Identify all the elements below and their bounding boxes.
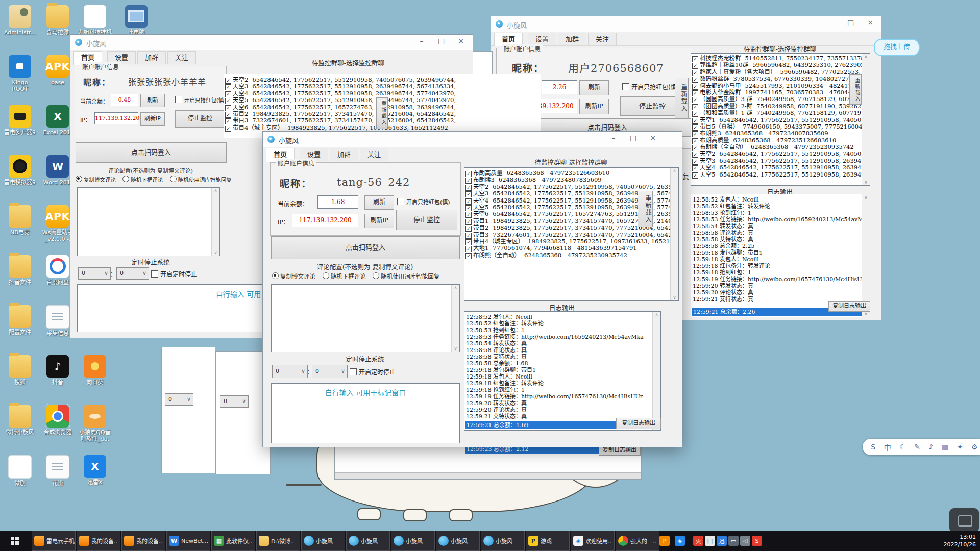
group-row[interactable]: ✓电影大爷金牌群1997741165, 7036570383 476044435…	[691, 89, 870, 96]
drag-upload-button[interactable]: 拖拽上传	[874, 39, 920, 56]
group-checkbox[interactable]: ✓	[225, 84, 231, 90]
group-checkbox[interactable]: ✓	[692, 70, 698, 76]
desktop-icon-image[interactable]	[46, 5, 69, 28]
minimize-button[interactable]: –	[413, 37, 430, 45]
group-checkbox[interactable]: ✓	[225, 126, 231, 132]
desktop-icon[interactable]: KingoROOT	[1, 55, 39, 92]
ip-field[interactable]: 117.139.132.200	[94, 112, 138, 124]
desktop-icon-image[interactable]	[9, 405, 31, 428]
reload-button-vertical[interactable]: 重新载入	[849, 74, 862, 105]
group-checkbox[interactable]: ✓	[692, 63, 698, 69]
comment-textarea[interactable]: ∧∨	[77, 187, 220, 256]
desktop-icon-image[interactable]	[9, 205, 31, 228]
screen-record-widget[interactable]	[949, 508, 979, 533]
scan-login-button[interactable]: 点击扫码登入	[271, 236, 460, 259]
log-scrollbar[interactable]: ∧∨	[862, 194, 870, 317]
start-button[interactable]	[0, 531, 30, 551]
tray-icon[interactable]: ▭	[728, 536, 739, 546]
redpacket-only-checkbox[interactable]: 开启只抢红包(慎)	[397, 197, 450, 206]
group-row[interactable]: ✓郭维超｜粉丝10群5966596482, 6439235310, 276239…	[691, 62, 870, 68]
tray-icon[interactable]: 火	[693, 536, 703, 546]
taskbar-app-button[interactable]: 小旋风	[346, 531, 390, 551]
minimize-button[interactable]: –	[605, 134, 622, 142]
timer-hour-dropdown[interactable]: 0	[78, 267, 111, 280]
desktop-icon-image[interactable]	[46, 455, 69, 479]
desktop-icon-image[interactable]: X	[84, 455, 106, 478]
reload-button-vertical[interactable]: 重新载入	[675, 78, 689, 118]
log-scrollbar[interactable]: ∧∨	[652, 312, 660, 430]
desktop-icon[interactable]: 雷电模拟器9	[1, 155, 39, 186]
timer-minute-dropdown[interactable]: 0	[312, 365, 348, 378]
radio-copy-comment[interactable]: 复制博文评论	[272, 272, 315, 280]
desktop-icon-image[interactable]	[9, 155, 31, 178]
group-row[interactable]: ✓何去野的小马甲5245517993, 2101096334 482411816…	[691, 83, 870, 89]
titlebar[interactable]: 小旋风 – □ ×	[491, 16, 881, 32]
taskbar-app-button[interactable]: W NewBet...	[166, 531, 210, 551]
group-row[interactable]: ✓布朗高质量6248365368 4797235126603610	[464, 170, 678, 177]
ime-toolbar-icon[interactable]: S	[871, 443, 875, 451]
desktop-icon-image[interactable]: APK	[46, 55, 69, 78]
group-row[interactable]: ✓超家人｜真爱粉（各大项目）5966596482, 7770252553, 64…	[691, 69, 870, 76]
refresh-ip-button[interactable]: 刷新IP	[364, 214, 394, 228]
reload-button-vertical[interactable]: 重新载入	[376, 97, 388, 129]
taskbar-app-button[interactable]: 我的设备..	[121, 531, 165, 551]
group-row[interactable]: ✓布朗熊36248365368 4797234807835609	[691, 130, 870, 137]
group-row[interactable]: ✓天空26542846542, 1775622517, 5512910958, …	[224, 77, 541, 83]
desktop-icon[interactable]: 搜狐	[1, 355, 39, 386]
group-row[interactable]: ✓布朗熊36248365368 4797234807835609	[464, 177, 678, 183]
tray-icon[interactable]: ◁	[740, 536, 750, 546]
radio-random-comment[interactable]: 随机下框评论	[323, 272, 366, 280]
timer-minute-dropdown[interactable]: 0	[116, 267, 149, 280]
group-checkbox[interactable]: ✓	[692, 56, 698, 62]
redpacket-only-checkbox[interactable]: 开启只抢红包(慎)	[175, 96, 226, 104]
tab-join-group[interactable]: 加群	[330, 148, 358, 161]
log-output[interactable]: 12:58:52 发包人：Ncoill 12:58:52 红包备注：转发评论 1…	[464, 311, 661, 431]
group-checkbox[interactable]: ✓	[692, 152, 698, 158]
group-checkbox[interactable]: ✓	[465, 191, 472, 197]
timer-enable-checkbox[interactable]: 开启定时停止	[151, 269, 197, 278]
taskbar-app-button[interactable]: 雷电云手机	[32, 531, 76, 551]
balance-field[interactable]: 1.68	[317, 195, 358, 209]
ime-toolbar-icon[interactable]: ☾	[899, 443, 906, 451]
group-checkbox[interactable]: ✓	[225, 91, 231, 97]
marker-box[interactable]: 自行输入 可用于标记窗口	[271, 383, 460, 443]
group-checkbox[interactable]: ✓	[692, 90, 698, 96]
group-checkbox[interactable]: ✓	[692, 138, 698, 144]
close-button[interactable]: ×	[452, 37, 470, 45]
ime-toolbar-icon[interactable]: ✦	[957, 443, 963, 451]
desktop-icon[interactable]: 微博小旋风	[1, 405, 39, 436]
scan-login-button[interactable]: 点击扫码登入	[76, 142, 227, 163]
taskbar-app-button[interactable]: 小旋风	[436, 531, 480, 551]
group-checkbox[interactable]: ✓	[692, 118, 698, 124]
desktop-icon[interactable]: 向日葵	[76, 355, 114, 386]
group-checkbox[interactable]: ✓	[465, 233, 472, 239]
refresh-ip-button[interactable]: 刷新IP	[579, 99, 609, 114]
desktop-icon-image[interactable]	[9, 5, 31, 28]
taskbar-app-button[interactable]: P 游戏	[526, 531, 570, 551]
tray-icon[interactable]: ◈	[675, 536, 685, 546]
ime-toolbar-icon[interactable]: 中	[884, 442, 891, 452]
tab-settings[interactable]: 设置	[528, 33, 556, 45]
monitor-group-list[interactable]: ✓布朗高质量6248365368 4797235126603610 ✓布朗熊36…	[464, 167, 679, 301]
hour-dropdown[interactable]: 0	[165, 393, 193, 406]
taskbar-clock[interactable]: 13:01 2022/10/26	[944, 533, 976, 548]
redpacket-only-checkbox[interactable]: 开启只抢红包(慎)	[622, 82, 679, 91]
refresh-balance-button[interactable]: 刷新	[140, 94, 165, 107]
refresh-balance-button[interactable]: 刷新	[579, 80, 609, 95]
group-row[interactable]: ✓（圆圆高质量）3-群7540249958, 7762158129, 60771…	[691, 96, 870, 103]
stop-monitor-button[interactable]: 停止监控	[175, 110, 225, 128]
group-checkbox[interactable]: ✓	[465, 198, 472, 205]
desktop-icon[interactable]: ♪ 抖音	[39, 355, 77, 386]
group-row[interactable]: ✓（团团高质量）2-群7540249958, 6077191190, 53926…	[691, 103, 870, 110]
group-row[interactable]: ✓布朗高质量6248365368 4797235126603610	[691, 137, 870, 144]
maximize-button[interactable]: □	[842, 18, 860, 27]
desktop-icon[interactable]: NB电竞	[1, 205, 39, 236]
minimize-button[interactable]: –	[822, 18, 840, 27]
refresh-ip-button[interactable]: 刷新IP	[140, 112, 165, 126]
tray-icon[interactable]: 口	[705, 536, 715, 546]
group-checkbox[interactable]: ✓	[465, 171, 472, 177]
log-output[interactable]: 12:58:52 发包人：Ncoill 12:58:52 红包备注：转发评论 1…	[691, 194, 870, 317]
group-row[interactable]: ✓科技怪杰宠粉群5140552811, 7550234177, 73557133…	[691, 55, 870, 62]
balance-field[interactable]: 2.26	[542, 80, 577, 94]
ime-toolbar[interactable]: S 中 ☾ ✎ ♪ ▦ ✦ ⚙	[863, 439, 980, 455]
